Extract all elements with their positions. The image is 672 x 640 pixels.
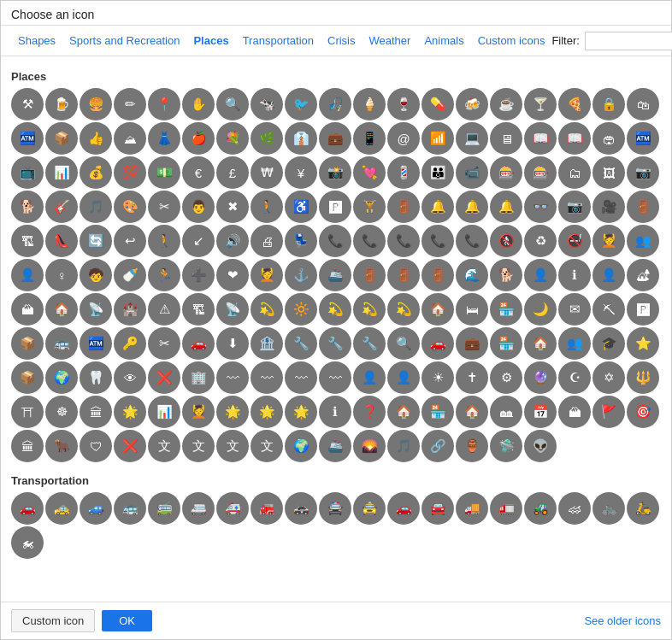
places-icon-79[interactable]: ↩ (114, 225, 146, 257)
places-icon-125[interactable]: 💫 (387, 293, 420, 326)
places-icon-117[interactable]: 🏰 (114, 293, 146, 326)
transport-icon-5[interactable]: 🚐 (182, 492, 215, 525)
places-icon-20[interactable]: 📦 (45, 122, 78, 155)
places-icon-6[interactable]: 🔍 (216, 88, 249, 120)
places-icon-170[interactable]: 🔱 (627, 361, 659, 394)
places-icon-40[interactable]: 💰 (80, 156, 112, 189)
places-icon-69[interactable]: 🔔 (421, 191, 454, 223)
places-icon-138[interactable]: 🚗 (182, 327, 215, 360)
places-icon-63[interactable]: ✖ (216, 191, 249, 223)
places-icon-81[interactable]: ↙ (182, 225, 215, 257)
places-icon-89[interactable]: 📞 (456, 225, 488, 257)
places-icon-200[interactable]: 🌄 (353, 430, 386, 462)
places-icon-45[interactable]: ₩ (251, 156, 283, 189)
places-icon-36[interactable]: 🏟 (592, 122, 625, 155)
places-icon-199[interactable]: 🚢 (319, 430, 351, 462)
transport-icon-8[interactable]: 🚓 (285, 492, 317, 525)
places-icon-179[interactable]: 🌟 (285, 396, 317, 428)
places-icon-30[interactable]: @ (387, 122, 420, 155)
places-icon-21[interactable]: 👍 (80, 122, 112, 155)
places-icon-187[interactable]: 🏔 (558, 396, 591, 428)
places-icon-84[interactable]: 💺 (285, 225, 317, 257)
transport-icon-2[interactable]: 🚙 (80, 492, 112, 525)
transport-icon-18[interactable]: 🛵 (627, 492, 659, 525)
places-icon-145[interactable]: 🚗 (421, 327, 454, 360)
places-icon-0[interactable]: ⚒ (11, 88, 44, 120)
transport-icon-12[interactable]: 🚘 (421, 492, 454, 525)
places-icon-107[interactable]: 🚪 (421, 259, 454, 291)
places-icon-19[interactable]: 🏧 (11, 122, 44, 155)
places-icon-189[interactable]: 🎯 (627, 396, 659, 428)
places-icon-144[interactable]: 🔍 (387, 327, 420, 360)
places-icon-122[interactable]: 🔆 (285, 293, 317, 326)
places-icon-58[interactable]: 🎸 (45, 191, 78, 223)
places-icon-29[interactable]: 📱 (353, 122, 386, 155)
places-icon-26[interactable]: 🌿 (251, 122, 283, 155)
tab-weather[interactable]: Weather (363, 31, 418, 50)
places-icon-110[interactable]: 👤 (524, 259, 557, 291)
places-icon-133[interactable]: 📦 (11, 327, 44, 360)
places-icon-167[interactable]: 🔮 (524, 361, 557, 394)
places-icon-61[interactable]: ✂ (148, 191, 180, 223)
places-icon-74[interactable]: 🎥 (592, 191, 625, 223)
places-icon-135[interactable]: 🏧 (80, 327, 112, 360)
places-icon-183[interactable]: 🏪 (421, 396, 454, 428)
places-icon-132[interactable]: 🅿 (627, 293, 659, 326)
places-icon-88[interactable]: 📞 (421, 225, 454, 257)
places-icon-203[interactable]: 🏺 (456, 430, 488, 462)
places-icon-27[interactable]: 👔 (285, 122, 317, 155)
places-icon-155[interactable]: 👁 (114, 361, 146, 394)
places-icon-77[interactable]: 👠 (45, 225, 78, 257)
places-icon-2[interactable]: 🍔 (80, 88, 112, 120)
places-icon-185[interactable]: 🏘 (490, 396, 522, 428)
places-icon-54[interactable]: 🗂 (558, 156, 591, 189)
places-icon-186[interactable]: 📅 (524, 396, 557, 428)
places-icon-41[interactable]: 💯 (114, 156, 146, 189)
transport-icon-13[interactable]: 🚚 (456, 492, 488, 525)
places-icon-85[interactable]: 📞 (319, 225, 351, 257)
places-icon-131[interactable]: ⛏ (592, 293, 625, 326)
transport-icon-1[interactable]: 🚕 (45, 492, 78, 525)
places-icon-152[interactable]: 📦 (11, 361, 44, 394)
places-icon-120[interactable]: 📡 (216, 293, 249, 326)
places-icon-44[interactable]: £ (216, 156, 249, 189)
places-icon-116[interactable]: 📡 (80, 293, 112, 326)
places-icon-172[interactable]: ☸ (45, 396, 78, 428)
places-icon-128[interactable]: 🏪 (490, 293, 522, 326)
tab-places[interactable]: Places (186, 31, 235, 50)
places-icon-60[interactable]: 🎨 (114, 191, 146, 223)
places-icon-165[interactable]: ✝ (456, 361, 488, 394)
places-icon-198[interactable]: 🌍 (285, 430, 317, 462)
places-icon-86[interactable]: 📞 (353, 225, 386, 257)
places-icon-71[interactable]: 🔔 (490, 191, 522, 223)
places-icon-205[interactable]: 👽 (524, 430, 557, 462)
places-icon-83[interactable]: 🖨 (251, 225, 283, 257)
tab-animals[interactable]: Animals (417, 31, 470, 50)
transport-icon-3[interactable]: 🚌 (114, 492, 146, 525)
places-icon-196[interactable]: 文 (216, 430, 249, 462)
places-icon-136[interactable]: 🔑 (114, 327, 146, 360)
places-icon-130[interactable]: ✉ (558, 293, 591, 326)
places-icon-105[interactable]: 🚪 (353, 259, 386, 291)
places-icon-43[interactable]: € (182, 156, 215, 189)
transport-icon-4[interactable]: 🚎 (148, 492, 180, 525)
places-icon-42[interactable]: 💵 (148, 156, 180, 189)
places-icon-151[interactable]: ⭐ (627, 327, 659, 360)
transport-icon-17[interactable]: 🚲 (592, 492, 625, 525)
places-icon-190[interactable]: 🏛 (11, 430, 44, 462)
places-icon-176[interactable]: 💆 (182, 396, 215, 428)
places-icon-103[interactable]: ⚓ (285, 259, 317, 291)
places-icon-91[interactable]: ♻ (524, 225, 557, 257)
places-icon-64[interactable]: 🚶 (251, 191, 283, 223)
places-icon-87[interactable]: 📞 (387, 225, 420, 257)
places-icon-171[interactable]: ⛩ (11, 396, 44, 428)
places-icon-38[interactable]: 📺 (11, 156, 44, 189)
places-icon-168[interactable]: ☪ (558, 361, 591, 394)
places-icon-14[interactable]: ☕ (490, 88, 522, 120)
places-icon-127[interactable]: 🛏 (456, 293, 488, 326)
places-icon-98[interactable]: 🍼 (114, 259, 146, 291)
places-icon-201[interactable]: 🎵 (387, 430, 420, 462)
places-icon-197[interactable]: 文 (251, 430, 283, 462)
tab-transportation[interactable]: Transportation (236, 31, 321, 50)
places-icon-148[interactable]: 🏠 (524, 327, 557, 360)
